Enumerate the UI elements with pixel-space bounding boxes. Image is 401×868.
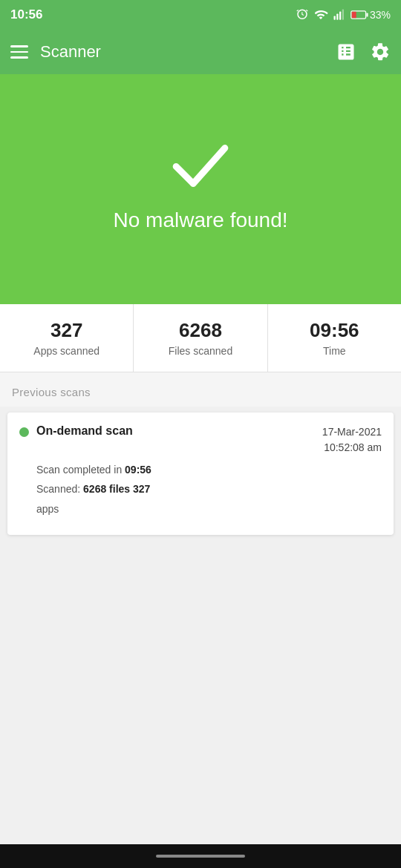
svg-rect-5 <box>352 12 356 19</box>
svg-rect-0 <box>333 16 335 20</box>
scan-card-left: On-demand scan <box>19 424 133 438</box>
menu-button[interactable] <box>10 45 28 59</box>
settings-icon[interactable] <box>370 42 391 62</box>
scan-scanned-prefix: Scanned: <box>36 483 83 495</box>
stat-apps-scanned: 327 Apps scanned <box>0 304 134 372</box>
scan-apps-label: apps <box>36 503 59 515</box>
bottom-bar <box>0 844 401 868</box>
status-bar: 10:56 33% <box>0 0 401 30</box>
stat-files-scanned: 6268 Files scanned <box>134 304 267 372</box>
stat-files-label: Files scanned <box>169 345 232 357</box>
stat-time-label: Time <box>323 345 346 357</box>
alarm-icon <box>296 8 309 22</box>
checkmark-icon <box>171 140 230 195</box>
scan-details: Scan completed in 09:56 Scanned: 6268 fi… <box>19 461 382 517</box>
svg-rect-6 <box>366 13 368 16</box>
battery-pct: 33% <box>370 9 391 21</box>
scan-card: On-demand scan 17-Mar-2021 10:52:08 am S… <box>7 412 394 535</box>
hero-section: No malware found! <box>0 74 401 304</box>
reports-icon[interactable] <box>336 42 356 62</box>
section-header-text: Previous scans <box>12 386 91 398</box>
app-bar-right <box>336 42 391 62</box>
app-title: Scanner <box>40 42 101 62</box>
stat-apps-number: 327 <box>50 319 82 342</box>
svg-rect-2 <box>339 12 341 20</box>
stats-row: 327 Apps scanned 6268 Files scanned 09:5… <box>0 304 401 372</box>
scan-detail-scanned: Scanned: 6268 files 327 <box>36 481 382 497</box>
scan-completed-prefix: Scan completed in <box>36 464 125 476</box>
home-indicator[interactable] <box>156 855 245 858</box>
scan-date-line2: 10:52:08 am <box>322 440 382 456</box>
scan-date: 17-Mar-2021 10:52:08 am <box>322 424 382 456</box>
scan-detail-completed: Scan completed in 09:56 <box>36 461 382 478</box>
stat-time-number: 09:56 <box>310 319 359 342</box>
scan-status-dot <box>19 427 29 437</box>
scan-date-line1: 17-Mar-2021 <box>322 424 382 440</box>
app-bar-left: Scanner <box>10 42 101 62</box>
scan-type: On-demand scan <box>36 424 133 438</box>
svg-rect-3 <box>342 10 344 20</box>
status-icons: 33% <box>296 8 391 22</box>
wifi-icon <box>313 8 328 22</box>
battery-icon: 33% <box>351 9 391 21</box>
signal-icon <box>333 8 346 22</box>
stat-files-number: 6268 <box>179 319 222 342</box>
stat-time: 09:56 Time <box>268 304 401 372</box>
scan-scanned-value: 6268 files 327 <box>83 483 150 495</box>
scan-card-header: On-demand scan 17-Mar-2021 10:52:08 am <box>19 424 382 456</box>
section-header: Previous scans <box>0 372 401 407</box>
scan-completed-value: 09:56 <box>125 464 151 476</box>
app-bar: Scanner <box>0 30 401 74</box>
svg-rect-1 <box>336 14 338 20</box>
scan-detail-apps: apps <box>36 501 382 517</box>
stat-apps-label: Apps scanned <box>33 345 100 357</box>
status-time: 10:56 <box>10 7 42 22</box>
hero-title: No malware found! <box>113 208 287 232</box>
